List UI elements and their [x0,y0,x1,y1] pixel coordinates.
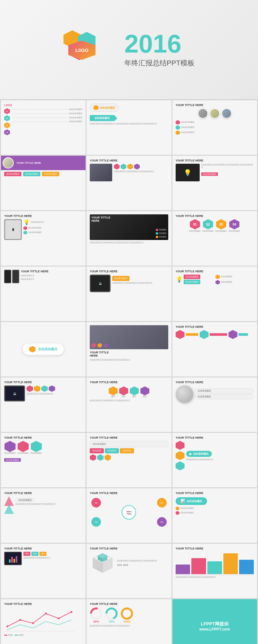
s8-text1: 添加题目 [159,228,167,231]
slide9-hexagons: 01 在此添加题目 02 在此添加题目 03 在此添加题目 04 在此添加题目 [176,219,254,233]
hex9-3: 03 在此添加题目 [215,219,227,233]
bar-group-4 [223,553,238,574]
slide-4: YOUR TITTLE HERE 在此添加题目 在此添加题目 在此添加题目 [1,156,86,210]
slide12-bulb: 💡 [176,276,183,283]
phone-left [4,270,11,283]
slide-16: YOUR TITTLE HERE 💻 在此处添加正文在此处添加正文 [1,377,86,432]
s19-hex3 [31,441,42,452]
logo-area: L0GO [63,30,105,69]
slide19-tags: 在此添加题目 [4,456,82,462]
slide20-btn1[interactable]: 在此添加 [90,448,104,453]
s17-hex2 [119,386,128,395]
slide-8: YOUR TITTLEHERE 添加题目 添加题目 添加题目 [87,211,171,266]
slide-11: YOUR TITTLE HERE 💻 在此添加题目 在此处添加正文在此处添加正文… [87,267,171,321]
slide15-row2 [200,330,227,339]
slide7-title: YOUR TITTLE HERE [4,214,82,218]
slide21-title: YOUR TITTLE HERE [176,436,254,439]
bar27-3 [207,561,222,574]
slide4-purple-banner: YOUR TITTLE HERE [1,156,86,170]
slide1-labels: 在此处添加题目 在此处添加题目 在此处添加题目 在此处添加题目 [12,108,82,123]
slide24-title: YOUR TITTLE HERE [176,491,254,495]
slide-27: YOUR TITTLE HERE 在此处添加正文在此处添加正 [172,544,257,598]
s26-year: 2014 [117,564,122,566]
s12-hex1 [215,275,220,279]
item-row-2: 在此处添加题目 [12,112,82,115]
slide8-item3: 添加题目 [156,235,167,238]
icon-hex-5-4 [134,164,140,169]
s17-text4: 题目 [143,395,147,398]
s29-pct1: 30% [90,607,103,623]
mindmap-center: MainTopic [122,505,136,520]
legend-text-1: 数据1 [8,634,13,637]
svg-point-15 [71,611,72,613]
slide8-title: YOUR TITTLEHERE [91,216,110,222]
header-slide: L0GO 2016 年终汇报总结PPT模板 [0,0,258,99]
slide4-title-label: YOUR TITTLE HERE [16,161,41,164]
hex9-2-label: 在此添加题目 [202,230,214,233]
slide1-logo: L0GO [4,103,82,107]
hex9-3-label: 在此添加题目 [215,230,227,233]
donut-svg-2 [105,607,118,620]
slide-19: YOUR TITTLE HERE 在此添加题目 在此添加题目 在此添加题目 在此… [1,433,86,487]
slide15-content [176,330,254,339]
slide7-tag-row2: 在此处添加题目 [23,231,82,235]
slide26-text: 在此处添加正文在此处添加正文在此处添加正文 [117,560,168,562]
slide-2: 在此添加题目 在此添加题目 在此处添加正文在此处添加正文在此处添加正文在此处添加… [87,100,171,155]
slide-22: YOUR TITTLE HERE 在此添加题目 在此处添加正文在此处添加正文在此… [1,488,86,543]
slide-18: YOUR TITTLE HERE 在此添加题目 在此添加题目 [172,377,257,432]
s17-item4: 题目 [140,386,149,398]
slide20-btn2[interactable]: 在此添加 [105,448,119,453]
bar-2 [11,557,13,563]
slide-1: L0GO 01 02 03 04 在此处添加题目 在此处添加题目 [1,100,86,155]
item-row-4: 在此处添加题目 [12,120,82,123]
slide7-hex1 [23,226,27,230]
s19-hex2 [18,441,29,452]
portrait-2 [210,108,220,119]
tag-icon: ▶ [189,452,192,456]
slide21-hex-col [176,441,185,470]
s8-hex3 [156,236,158,238]
s24-item2: 在此处添加题目 [176,511,254,515]
slide-10: YOUR TITTLE HERE 在此处添加正文 在此处添加正文 [1,267,86,321]
s25-tag3: 添加 [39,552,46,556]
hex9-1-label: 在此添加题目 [189,230,201,233]
slide24-items: 在此处添加题目 在此处添加题目 [176,507,254,515]
isometric-svg [90,552,115,574]
slide29-title: YOUR TITTLE HERE [90,602,168,606]
slide11-right: 在此添加题目 在此处添加正文在此处添加正文在此处添加正文 [112,275,168,292]
s15-hex1 [176,330,185,339]
divider-3 [12,118,68,118]
s15-hex2 [200,330,209,339]
bar27-4 [223,553,238,574]
slide6-content: 💡 在此处添加正文在此处添加正文在此处添加正文在此处添加正文 在此添加题目 [176,164,254,181]
slide22-content: 在此添加题目 在此处添加正文在此处添加正文在此处添加正文 [4,496,82,516]
slide2-teal-tag: 在此添加题目 [90,115,115,121]
s21-hex1 [176,441,185,450]
slide1-hex-col: 01 02 03 04 [4,108,10,135]
slide20-btn3[interactable]: 在此添加 [120,448,134,453]
svg-point-21 [122,608,132,619]
slide7-content: 📱 💡 在此处添加正文 在此处添加题目 在此处添加题目 [4,219,82,240]
s19-item2: 在此添加题目 [17,441,29,455]
watermark-line1: LFPPT网提供 [199,621,230,627]
slide12-title: YOUR TITTLE HERE [176,270,254,273]
slide14-bottom-icons [91,343,108,348]
slide26-title: YOUR TITTLE HERE [90,547,168,550]
s20-hex2 [97,454,104,461]
slide13-content: 在此添加题目 [4,325,82,373]
slide16-content: 💻 在此处添加正文在此处添加正文 [4,385,82,401]
slide-7: YOUR TITTLE HERE 📱 💡 在此处添加正文 在此处添加题目 在此处… [1,211,86,266]
slide8-item1: 添加题目 [156,228,167,231]
slide21-right: ▶ 在此添加题目 在此处添加正文在此处添加正文 [186,450,254,461]
s17-text2: 题目 [122,395,126,398]
slide18-tag2: 在此添加题目 [195,394,254,399]
slide-9: YOUR TITTLE HERE 01 在此添加题目 02 在此添加题目 03 … [172,211,257,266]
slide10-phones [4,270,19,283]
s19-tag1: 在此添加题目 [4,458,21,462]
slide25-title: YOUR TITTLE HERE [4,547,82,550]
bubble-3: 03 [91,517,101,527]
slide29-content: 30% 70% 100% [90,607,168,623]
hex9-1-shape: 01 [190,219,200,229]
label-text-2: 在此处添加题目 [181,126,195,129]
slide8-dark-bg: YOUR TITTLEHERE 添加题目 添加题目 添加题目 [90,214,168,240]
